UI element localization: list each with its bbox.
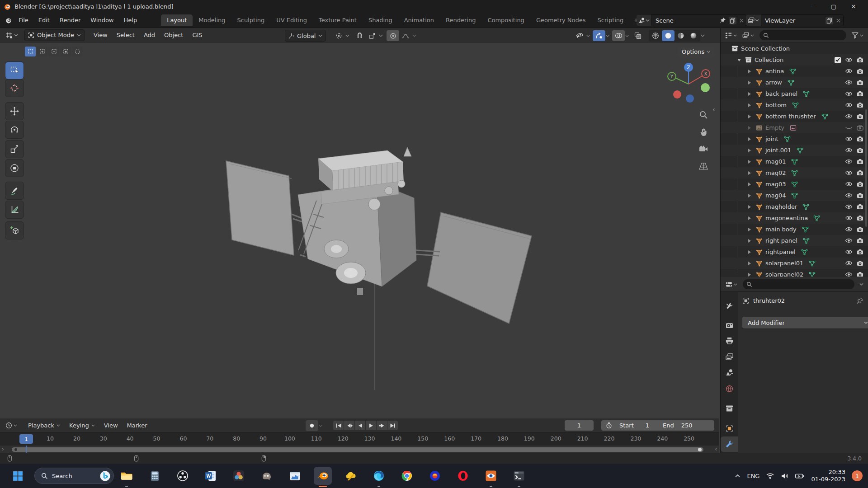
- outliner-row[interactable]: solarpanel01: [721, 258, 868, 269]
- taskbar-app-task-manager[interactable]: [286, 467, 304, 485]
- object-name[interactable]: antina: [765, 68, 784, 75]
- shading-wireframe-button[interactable]: [649, 30, 662, 41]
- properties-tab-modifier[interactable]: [721, 436, 738, 452]
- view-layer-browse-button[interactable]: [746, 15, 761, 26]
- tab-modeling[interactable]: Modeling: [193, 14, 231, 26]
- start-value[interactable]: 1: [646, 422, 649, 429]
- taskbar-app-terminal[interactable]: [510, 467, 528, 485]
- object-name[interactable]: magholder: [765, 203, 797, 210]
- snap-magnet-toggle[interactable]: [353, 30, 366, 41]
- menu-edit[interactable]: Edit: [33, 17, 55, 23]
- gizmos-toggle[interactable]: [593, 30, 605, 41]
- select-mode-extend-button[interactable]: [37, 47, 47, 56]
- tool-scale-button[interactable]: [5, 141, 24, 158]
- select-mode-subtract-button[interactable]: [48, 47, 59, 56]
- outliner-filter-button[interactable]: [849, 31, 866, 40]
- viewport-menu-add[interactable]: Add: [139, 32, 160, 38]
- current-frame-field[interactable]: 1: [565, 420, 594, 431]
- collapse-arrow-icon[interactable]: ‹: [715, 446, 717, 452]
- minimize-button[interactable]: —: [804, 0, 824, 13]
- taskbar-app-gimp[interactable]: [258, 467, 276, 485]
- outliner-row[interactable]: mag03: [721, 178, 868, 190]
- object-name[interactable]: bottom: [765, 102, 787, 108]
- object-name[interactable]: back panel: [765, 90, 797, 97]
- tab-layout[interactable]: Layout: [161, 14, 193, 26]
- object-name[interactable]: joint: [765, 136, 778, 142]
- taskbar-app-opera[interactable]: [454, 467, 472, 485]
- camera-visibility-icon[interactable]: [857, 136, 863, 142]
- zoom-icon[interactable]: [697, 108, 710, 121]
- maximize-button[interactable]: ▢: [824, 0, 844, 13]
- tab-geometry-nodes[interactable]: Geometry Nodes: [530, 14, 592, 26]
- properties-tab-scene[interactable]: [721, 365, 738, 380]
- tab-compositing[interactable]: Compositing: [481, 14, 530, 26]
- object-name[interactable]: joint.001: [765, 147, 791, 154]
- camera-visibility-icon[interactable]: [857, 80, 863, 85]
- outliner-row[interactable]: bottom: [721, 99, 868, 111]
- chevron-down-icon[interactable]: [701, 34, 705, 37]
- camera-visibility-icon[interactable]: [857, 204, 863, 210]
- outliner-row[interactable]: rightpanel: [721, 246, 868, 258]
- eye-icon[interactable]: [845, 249, 853, 254]
- play-reverse-button[interactable]: [355, 421, 365, 430]
- chevron-down-icon[interactable]: [606, 35, 609, 37]
- timeline-editor-type-button[interactable]: [3, 421, 20, 430]
- tool-add-cube-button[interactable]: [5, 222, 24, 239]
- chevron-down-icon[interactable]: [586, 35, 590, 37]
- object-name[interactable]: Collection: [755, 56, 783, 63]
- grid-perspective-icon[interactable]: [697, 160, 710, 173]
- tool-rotate-button[interactable]: [5, 121, 24, 138]
- xray-toggle[interactable]: [632, 30, 644, 41]
- timeline-ruler[interactable]: 1020304050607080901001101201301401501601…: [0, 432, 719, 445]
- disclosure-right-icon[interactable]: [748, 216, 751, 221]
- outliner-row[interactable]: Empty: [721, 122, 868, 133]
- previous-keyframe-button[interactable]: [344, 421, 354, 430]
- outliner-filter-type-button[interactable]: [740, 31, 757, 40]
- object-name[interactable]: bottom thrushter: [765, 113, 816, 120]
- object-name[interactable]: mag01: [765, 158, 786, 165]
- outliner-row[interactable]: joint: [721, 133, 868, 145]
- viewport-menu-gis[interactable]: GIS: [188, 32, 207, 38]
- camera-visibility-icon[interactable]: [857, 226, 863, 232]
- shading-solid-button[interactable]: [662, 30, 675, 41]
- camera-visibility-icon[interactable]: [857, 192, 863, 198]
- taskbar-app-edge[interactable]: [370, 467, 388, 485]
- outliner-row[interactable]: mag01: [721, 156, 868, 167]
- tray-chevron-up-icon[interactable]: [735, 474, 741, 478]
- select-mode-intersect-button[interactable]: [72, 47, 83, 56]
- disclosure-right-icon[interactable]: [748, 103, 751, 108]
- unlink-scene-icon[interactable]: [739, 18, 744, 23]
- visibility-toggle[interactable]: [573, 30, 586, 41]
- expand-arrow-icon[interactable]: ›: [2, 446, 4, 452]
- disclosure-right-icon[interactable]: [748, 239, 751, 243]
- disclosure-right-icon[interactable]: [748, 205, 751, 209]
- jump-to-end-button[interactable]: [387, 421, 398, 430]
- timeline-menu-marker[interactable]: Marker: [123, 422, 152, 429]
- timeline-menu-keying[interactable]: Keying: [65, 422, 99, 429]
- camera-visibility-icon[interactable]: [857, 91, 863, 97]
- jump-to-start-button[interactable]: [333, 421, 344, 430]
- snap-target-button[interactable]: [366, 30, 378, 41]
- camera-visibility-icon[interactable]: [857, 260, 863, 266]
- blender-menu-icon[interactable]: [5, 17, 12, 24]
- camera-visibility-icon[interactable]: [857, 113, 863, 119]
- eye-icon[interactable]: [845, 57, 853, 62]
- tool-select-box-button[interactable]: [5, 62, 24, 79]
- playhead-badge[interactable]: 1: [19, 434, 33, 444]
- editor-type-button[interactable]: [3, 30, 21, 40]
- new-view-layer-button[interactable]: [826, 17, 833, 24]
- disclosure-right-icon[interactable]: [748, 272, 751, 277]
- pan-hand-icon[interactable]: [697, 126, 710, 138]
- outliner-row[interactable]: Scene Collection: [721, 43, 868, 54]
- eye-icon[interactable]: [845, 272, 853, 277]
- timeline-menu-view[interactable]: View: [99, 422, 123, 429]
- camera-visibility-icon[interactable]: [857, 272, 863, 277]
- proportional-editing-toggle[interactable]: [387, 30, 399, 41]
- pin-icon[interactable]: [857, 297, 863, 304]
- object-name[interactable]: right panel: [765, 237, 797, 244]
- outliner-row[interactable]: solarpanel02: [721, 269, 868, 277]
- camera-visibility-icon[interactable]: [857, 215, 863, 221]
- disclosure-right-icon[interactable]: [748, 69, 751, 74]
- viewport-3d[interactable]: Options Z Y X: [0, 42, 719, 418]
- outliner-row[interactable]: mag04: [721, 190, 868, 201]
